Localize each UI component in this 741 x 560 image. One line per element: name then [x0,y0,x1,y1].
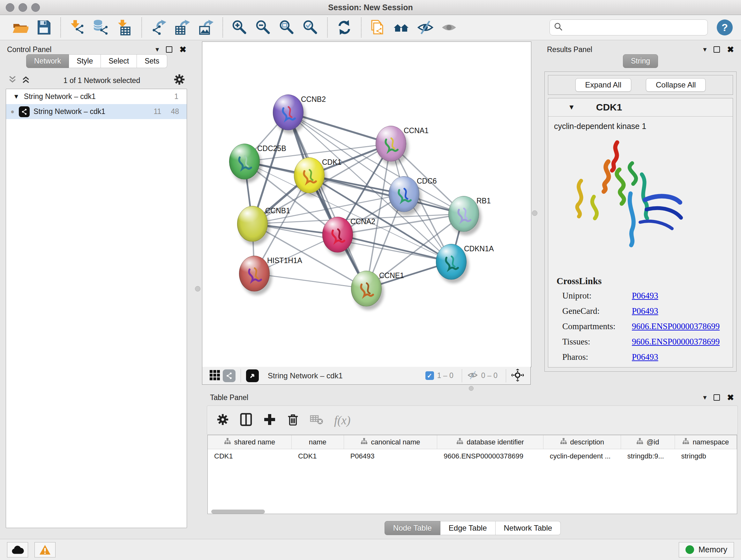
string-view-icon[interactable] [223,369,235,382]
table-cell[interactable]: stringdb:9... [621,449,675,463]
table-cell[interactable]: P06493 [344,449,437,463]
expand-all-button[interactable]: Expand All [576,78,631,91]
zoom-fit-icon[interactable] [278,18,296,37]
table-cell[interactable]: stringdb [675,449,737,463]
column-header-description[interactable]: description [543,435,621,449]
hide-selected-icon[interactable] [416,18,434,37]
node-CCNB2[interactable] [273,95,304,130]
collection-expand-icon[interactable]: ▼ [13,93,19,100]
add-column-icon[interactable] [263,413,276,427]
panel-menu-icon[interactable]: ▾ [703,393,706,401]
network-options-gear-icon[interactable] [174,74,185,87]
import-table-icon[interactable] [116,18,134,37]
string-doc-icon[interactable] [369,18,387,37]
right-splitter-handle[interactable] [532,210,537,216]
import-network-db-icon[interactable] [92,18,110,37]
export-image-icon[interactable] [197,18,215,37]
hidden-eye-slash-icon[interactable] [467,370,478,381]
collapse-all-button[interactable]: Collapse All [646,78,705,91]
collapse-all-icon[interactable] [8,75,17,85]
minimize-window-button[interactable] [18,3,27,12]
network-row[interactable]: ● String Network – cdk1 11 48 [6,104,187,119]
close-panel-icon[interactable]: ✖ [727,393,734,401]
fit-crosshair-icon[interactable] [511,369,524,383]
float-panel-icon[interactable] [166,46,172,53]
float-panel-icon[interactable] [714,46,720,53]
crosslink-link[interactable]: P06493 [632,291,658,301]
table-row[interactable]: CDK1CDK1P064939606.ENSP00000378699cyclin… [208,449,737,463]
tab-node-table[interactable]: Node Table [385,521,441,535]
node-CDK1[interactable] [294,158,325,193]
gene-collapse-icon[interactable]: ▼ [568,103,575,111]
tab-network-table[interactable]: Network Table [495,521,561,535]
close-panel-icon[interactable]: ✖ [179,45,186,54]
table-hscrollbar[interactable] [211,509,265,514]
crosslink-link[interactable]: P06493 [632,352,658,362]
float-panel-icon[interactable] [714,394,720,401]
open-folder-icon[interactable] [11,18,29,37]
zoom-in-icon[interactable] [231,18,249,37]
column-header-shared-name[interactable]: shared name [208,435,292,449]
gene-header-row[interactable]: ▼ CDK1 [548,98,733,117]
zoom-selected-icon[interactable] [301,18,320,37]
first-neighbors-icon[interactable] [393,18,411,37]
close-panel-icon[interactable]: ✖ [727,45,734,54]
tab-style[interactable]: Style [69,54,101,68]
table-cell[interactable]: CDK1 [292,449,344,463]
node-CCNE1[interactable] [351,271,382,307]
table-cell[interactable]: cyclin-dependent ... [543,449,621,463]
save-icon[interactable] [35,18,53,37]
show-hidden-icon[interactable] [440,18,458,37]
table-settings-gear-icon[interactable] [217,414,229,427]
panel-menu-icon[interactable]: ▾ [155,45,159,54]
selected-checkbox-icon[interactable]: ✓ [425,371,434,380]
bottom-splitter-handle[interactable] [469,386,474,391]
node-table[interactable]: shared namenamecanonical namedatabase id… [207,435,737,514]
network-canvas[interactable]: CCNB2 CCNA1 CDC25B CDK1 CDC6 RB1CCNB1 CC… [202,42,531,367]
node-CDC25B[interactable] [229,144,260,179]
node-CCNA1[interactable] [376,126,406,162]
column-header-@id[interactable]: @id [621,435,675,449]
tab-select[interactable]: Select [101,54,137,68]
search-box[interactable] [549,19,708,36]
crosslink-link[interactable]: 9606.ENSP00000378699 [632,321,720,331]
refresh-icon[interactable] [335,18,353,37]
node-CDKN1A[interactable] [436,244,467,280]
node-HIST1H1A[interactable] [239,256,270,292]
show-columns-icon[interactable] [240,413,253,428]
tab-network[interactable]: Network [26,54,69,68]
left-splitter-handle[interactable] [195,286,200,292]
tab-string[interactable]: String [623,54,658,68]
grid-view-icon[interactable] [209,370,220,382]
node-RB1[interactable] [448,196,479,232]
zoom-out-icon[interactable] [254,18,272,37]
node-CCNB1[interactable] [237,206,268,242]
cloud-button[interactable] [7,542,28,557]
panel-menu-icon[interactable]: ▾ [703,45,706,54]
import-network-icon[interactable] [69,18,86,37]
node-CCNA2[interactable] [322,217,353,253]
column-header-database-identifier[interactable]: database identifier [437,435,543,449]
warning-button[interactable] [35,542,56,557]
crosslink-link[interactable]: 9606.ENSP00000378699 [632,337,720,347]
expand-all-icon[interactable] [22,75,30,85]
export-table-icon[interactable] [173,18,191,37]
help-button[interactable]: ? [717,19,733,36]
column-header-name[interactable]: name [292,435,344,449]
delete-column-icon[interactable] [287,413,299,428]
memory-button[interactable]: Memory [679,542,734,557]
close-window-button[interactable] [6,3,14,12]
export-network-icon[interactable] [150,18,167,37]
tab-edge-table[interactable]: Edge Table [441,521,495,535]
node-CDC6[interactable] [389,176,419,212]
network-collection-row[interactable]: ▼ String Network – cdk1 1 [6,89,187,104]
column-header-canonical-name[interactable]: canonical name [344,435,437,449]
crosslink-link[interactable]: P06493 [632,306,658,316]
table-cell[interactable]: 9606.ENSP00000378699 [437,449,543,463]
column-header-namespace[interactable]: namespace [675,435,737,449]
search-input[interactable] [563,23,704,32]
table-cell[interactable]: CDK1 [208,449,292,463]
zoom-window-button[interactable] [31,3,40,12]
detach-view-icon[interactable] [246,369,259,382]
tab-sets[interactable]: Sets [137,54,167,68]
